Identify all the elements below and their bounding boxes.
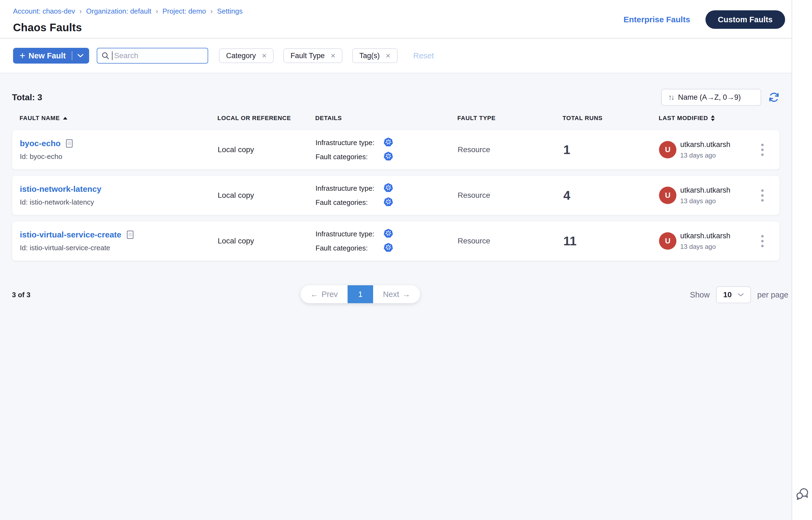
chevron-down-icon[interactable] bbox=[77, 54, 84, 58]
chevron-down-icon bbox=[738, 293, 744, 296]
row-menu-button[interactable] bbox=[750, 235, 775, 247]
filter-chip-category[interactable]: Category × bbox=[219, 48, 274, 63]
sort-arrows-icon: ↑↓ bbox=[668, 93, 674, 102]
prev-page-button[interactable]: ← Prev bbox=[301, 285, 348, 303]
help-chat-button[interactable] bbox=[795, 487, 810, 502]
breadcrumb-account[interactable]: Account: chaos-dev bbox=[13, 7, 75, 16]
fault-row: istio-virtual-service-create Id: istio-v… bbox=[12, 221, 780, 261]
total-runs-value: 1 bbox=[563, 142, 659, 157]
pager: ← Prev 1 Next → bbox=[301, 285, 420, 303]
breadcrumb-settings[interactable]: Settings bbox=[217, 7, 243, 16]
column-details: DETAILS bbox=[315, 115, 457, 122]
breadcrumb-organization[interactable]: Organization: default bbox=[86, 7, 151, 16]
list-head: Total: 3 ↑↓ Name (A→Z, 0→9) bbox=[12, 88, 780, 106]
document-icon bbox=[66, 139, 73, 148]
modified-by: utkarsh.utkarsh bbox=[680, 140, 731, 149]
fault-type-value: Resource bbox=[458, 145, 563, 154]
fault-categories-label: Fault categories: bbox=[315, 153, 383, 161]
fault-name-link[interactable]: byoc-echo bbox=[20, 139, 60, 148]
arrow-right-icon: → bbox=[403, 290, 410, 299]
fault-name-link[interactable]: istio-virtual-service-create bbox=[20, 230, 122, 239]
kubernetes-icon bbox=[383, 243, 393, 252]
fault-name-cell: istio-virtual-service-create Id: istio-v… bbox=[20, 230, 218, 252]
fault-row: byoc-echo Id: byoc-echo Local copy Infra… bbox=[12, 130, 780, 170]
infrastructure-type-label: Infrastructure type: bbox=[315, 230, 383, 238]
pagination-row: 3 of 3 ← Prev 1 Next → Show 10 bbox=[12, 285, 780, 304]
details-cell: Infrastructure type: Fault categories: bbox=[315, 137, 458, 162]
reset-filters-button[interactable]: Reset bbox=[413, 51, 434, 60]
total-runs-value: 11 bbox=[563, 234, 659, 248]
page-size-select[interactable]: 10 bbox=[716, 286, 751, 303]
kubernetes-icon bbox=[383, 137, 393, 147]
per-page-label: per page bbox=[757, 290, 789, 300]
right-gutter bbox=[792, 0, 812, 520]
infrastructure-type-icon-slot bbox=[383, 229, 394, 239]
fault-name-cell: byoc-echo Id: byoc-echo bbox=[20, 139, 218, 161]
table-header: FAULT NAME LOCAL OR REFERENCE DETAILS FA… bbox=[12, 115, 780, 122]
show-label: Show bbox=[690, 290, 710, 300]
last-modified-cell: U utkarsh.utkarsh 13 days ago bbox=[659, 140, 750, 159]
column-fault-name[interactable]: FAULT NAME bbox=[20, 115, 218, 122]
fault-rows: byoc-echo Id: byoc-echo Local copy Infra… bbox=[12, 130, 780, 261]
infrastructure-type-icon-slot bbox=[383, 183, 394, 194]
local-or-reference-value: Local copy bbox=[218, 145, 315, 154]
kubernetes-icon bbox=[383, 197, 393, 207]
modified-by: utkarsh.utkarsh bbox=[680, 186, 731, 194]
tab-enterprise-faults[interactable]: Enterprise Faults bbox=[624, 15, 690, 24]
search-input[interactable] bbox=[97, 48, 208, 63]
last-modified-cell: U utkarsh.utkarsh 13 days ago bbox=[659, 186, 750, 205]
column-total-runs: TOTAL RUNS bbox=[562, 115, 659, 122]
breadcrumb-separator: › bbox=[210, 7, 213, 16]
infrastructure-type-icon-slot bbox=[383, 137, 394, 148]
current-page-button[interactable]: 1 bbox=[348, 285, 373, 303]
fault-name-cell: istio-network-latency Id: istio-network-… bbox=[20, 184, 218, 206]
row-menu-button[interactable] bbox=[750, 189, 775, 202]
fault-name-link[interactable]: istio-network-latency bbox=[20, 184, 101, 194]
close-icon[interactable]: × bbox=[331, 52, 336, 60]
column-fault-type: FAULT TYPE bbox=[457, 115, 562, 122]
kubernetes-icon bbox=[383, 229, 393, 238]
total-runs-value: 4 bbox=[563, 188, 659, 203]
avatar: U bbox=[659, 187, 677, 204]
fault-type-value: Resource bbox=[458, 191, 563, 200]
filter-chips: Category × Fault Type × Tag(s) × bbox=[219, 48, 398, 63]
content-area: Total: 3 ↑↓ Name (A→Z, 0→9) bbox=[0, 73, 792, 520]
row-menu-button[interactable] bbox=[750, 144, 775, 156]
arrow-left-icon: ← bbox=[310, 290, 318, 299]
refresh-icon bbox=[768, 92, 780, 103]
local-or-reference-value: Local copy bbox=[218, 191, 315, 200]
modified-by: utkarsh.utkarsh bbox=[680, 232, 731, 240]
new-fault-button[interactable]: + New Fault bbox=[13, 48, 89, 63]
chat-bubbles-icon bbox=[795, 487, 810, 501]
button-divider bbox=[72, 51, 72, 60]
kubernetes-icon bbox=[383, 183, 393, 192]
sort-value: Name (A→Z, 0→9) bbox=[678, 93, 741, 102]
local-or-reference-value: Local copy bbox=[218, 237, 315, 245]
page-header: Account: chaos-dev › Organization: defau… bbox=[0, 0, 792, 38]
close-icon[interactable]: × bbox=[386, 52, 390, 60]
close-icon[interactable]: × bbox=[262, 52, 267, 60]
fault-id: Id: byoc-echo bbox=[20, 152, 218, 161]
modified-at: 13 days ago bbox=[680, 152, 731, 159]
filter-chip-fault-type[interactable]: Fault Type × bbox=[283, 48, 342, 63]
fault-library-tabs: Enterprise Faults Custom Faults bbox=[624, 10, 785, 29]
next-page-button[interactable]: Next → bbox=[373, 285, 420, 303]
toolbar: + New Fault Category × bbox=[0, 38, 792, 73]
column-local-or-reference: LOCAL OR REFERENCE bbox=[218, 115, 315, 122]
search-icon bbox=[101, 51, 110, 60]
details-cell: Infrastructure type: Fault categories: bbox=[315, 229, 458, 254]
avatar: U bbox=[659, 141, 677, 158]
refresh-button[interactable] bbox=[768, 92, 780, 103]
tab-custom-faults[interactable]: Custom Faults bbox=[706, 10, 785, 29]
sort-select[interactable]: ↑↓ Name (A→Z, 0→9) bbox=[661, 89, 761, 106]
text-caret bbox=[112, 51, 112, 60]
modified-at: 13 days ago bbox=[680, 243, 731, 251]
chevron-down-icon bbox=[744, 96, 754, 99]
column-last-modified[interactable]: LAST MODIFIED bbox=[659, 115, 750, 122]
filter-chip-tags[interactable]: Tag(s) × bbox=[352, 48, 398, 63]
fault-id: Id: istio-virtual-service-create bbox=[20, 244, 218, 252]
page-size-control: Show 10 per page bbox=[690, 286, 788, 303]
breadcrumb-project[interactable]: Project: demo bbox=[162, 7, 206, 16]
fault-row: istio-network-latency Id: istio-network-… bbox=[12, 176, 780, 215]
fault-categories-icon-slot bbox=[383, 197, 394, 208]
